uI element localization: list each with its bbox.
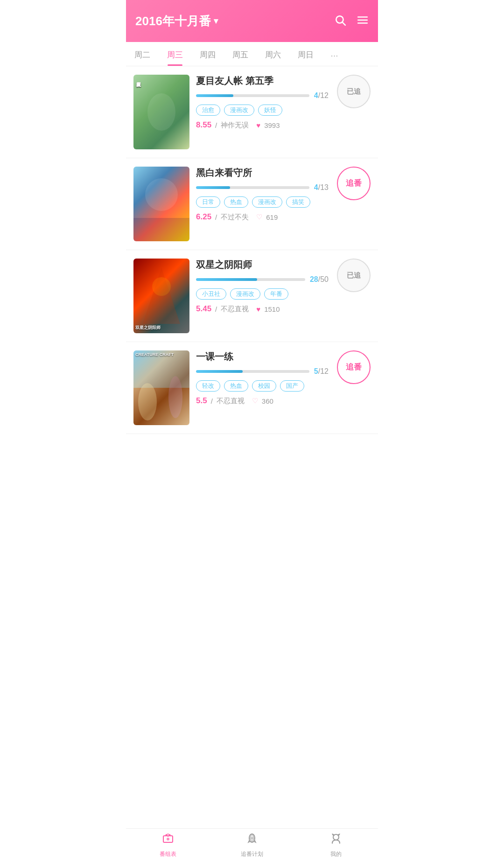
progress-text-3: 28/50: [310, 275, 329, 284]
tag-1-3[interactable]: 妖怪: [258, 105, 282, 116]
follow-button-2[interactable]: 追番: [337, 167, 371, 200]
heart-icon-4: ♡: [252, 397, 258, 405]
rating-label-3: /: [215, 305, 217, 313]
anime-action-4: 追番: [337, 350, 371, 384]
tag-3-2[interactable]: 漫画改: [230, 288, 260, 300]
tag-3-3[interactable]: 年番: [264, 288, 288, 300]
heart-icon-1: ♥: [256, 121, 260, 129]
anime-cover-4[interactable]: CREATURE CRAFT: [133, 350, 189, 425]
anime-info-2: 黑白来看守所 4/13 日常 热血 漫画改 搞笑 6.25 / 不过不失 ♡: [196, 167, 329, 222]
rating-row-1: 8.55 / 神作无误 ♥ 3993: [196, 120, 329, 130]
rating-label-2: /: [215, 213, 217, 221]
progress-bar-bg-2: [196, 186, 309, 189]
tag-4-3[interactable]: 校园: [252, 380, 276, 392]
header-title[interactable]: 2016年十月番: [135, 13, 218, 29]
app-header: 2016年十月番: [126, 0, 378, 42]
progress-bar-bg-4: [196, 370, 309, 373]
day-tabs: 周二 周三 周四 周五 周六 周日 …: [126, 42, 378, 66]
search-icon[interactable]: [334, 14, 346, 28]
rating-row-4: 5.5 / 不忍直视 ♡ 360: [196, 396, 329, 406]
heart-icon-3: ♥: [256, 305, 260, 313]
anime-info-3: 双星之阴阳师 28/50 小丑社 漫画改 年番 5.45 / 不忍直视 ♥ 15…: [196, 259, 329, 314]
svg-rect-8: [133, 218, 189, 241]
anime-cover-3[interactable]: 双星之阴阳师: [133, 259, 189, 333]
tag-2-4[interactable]: 搞笑: [286, 196, 310, 208]
tab-tue[interactable]: 周二: [126, 42, 159, 66]
tag-4-1[interactable]: 轻改: [196, 380, 220, 392]
heart-icon-2: ♡: [256, 213, 262, 221]
cover-label-3: 双星之阴阳师: [135, 325, 161, 330]
table-row: CREATURE CRAFT 一课一练 5/12 轻改 热血 校园 国产 5.5…: [126, 342, 378, 434]
tab-sat[interactable]: 周六: [257, 42, 289, 66]
tags-3: 小丑社 漫画改 年番: [196, 288, 329, 300]
tag-1-2[interactable]: 漫画改: [224, 105, 254, 116]
rating-score-1: 8.55: [196, 120, 211, 130]
svg-point-10: [152, 277, 171, 296]
cover-label-4: CREATURE CRAFT: [135, 352, 174, 357]
svg-point-7: [145, 178, 178, 211]
tab-sun[interactable]: 周日: [289, 42, 322, 66]
follow-button-3[interactable]: 已追: [337, 259, 371, 292]
rating-row-3: 5.45 / 不忍直视 ♥ 1510: [196, 304, 329, 314]
tags-2: 日常 热血 漫画改 搞笑: [196, 196, 329, 208]
follow-button-1[interactable]: 已追: [337, 75, 371, 108]
progress-bar-fill-2: [196, 186, 230, 189]
progress-row-4: 5/12: [196, 367, 329, 376]
tags-1: 治愈 漫画改 妖怪: [196, 105, 329, 116]
rating-label-4: /: [211, 397, 213, 405]
rating-row-2: 6.25 / 不过不失 ♡ 619: [196, 212, 329, 222]
table-row: 夏目友人帐 夏目友人帐 第五季 4/12 治愈 漫画改 妖怪: [126, 66, 378, 158]
svg-point-14: [168, 376, 182, 418]
anime-cover-2[interactable]: [133, 167, 189, 241]
progress-row-3: 28/50: [196, 275, 329, 284]
tab-thu[interactable]: 周四: [191, 42, 224, 66]
tab-wed[interactable]: 周三: [159, 42, 191, 66]
menu-icon[interactable]: [357, 14, 369, 28]
tab-fri[interactable]: 周五: [224, 42, 257, 66]
progress-text-4: 5/12: [314, 367, 329, 376]
progress-bar-fill-3: [196, 278, 257, 281]
score-label-3: 不忍直视: [221, 305, 249, 314]
tag-2-3[interactable]: 漫画改: [252, 196, 282, 208]
tags-4: 轻改 热血 校园 国产: [196, 380, 329, 392]
anime-action-3: 已追: [337, 259, 371, 292]
anime-title-3: 双星之阴阳师: [196, 259, 329, 271]
tag-4-4[interactable]: 国产: [280, 380, 304, 392]
tag-2-1[interactable]: 日常: [196, 196, 220, 208]
anime-info-4: 一课一练 5/12 轻改 热血 校园 国产 5.5 / 不忍直视 ♡: [196, 350, 329, 406]
svg-point-13: [138, 383, 157, 420]
anime-title-1: 夏目友人帐 第五季: [196, 75, 329, 87]
like-count-2: 619: [266, 213, 278, 221]
tag-2-2[interactable]: 热血: [224, 196, 248, 208]
like-count-4: 360: [262, 397, 273, 405]
table-row: 双星之阴阳师 双星之阴阳师 28/50 小丑社 漫画改 年番 5.45 / 不忍…: [126, 250, 378, 342]
svg-line-1: [343, 22, 345, 25]
tag-1-1[interactable]: 治愈: [196, 105, 220, 116]
progress-row-2: 4/13: [196, 183, 329, 192]
rating-score-2: 6.25: [196, 212, 211, 222]
tab-more[interactable]: …: [322, 42, 347, 66]
anime-action-2: 追番: [337, 167, 371, 200]
follow-button-4[interactable]: 追番: [337, 350, 371, 384]
tag-3-1[interactable]: 小丑社: [196, 288, 226, 300]
anime-cover-1[interactable]: 夏目友人帐: [133, 75, 189, 149]
progress-text-2: 4/13: [314, 183, 329, 192]
anime-title-4: 一课一练: [196, 350, 329, 363]
table-row: 黑白来看守所 4/13 日常 热血 漫画改 搞笑 6.25 / 不过不失 ♡: [126, 158, 378, 250]
progress-bar-fill-1: [196, 94, 233, 97]
progress-bar-bg-3: [196, 278, 305, 281]
anime-action-1: 已追: [337, 75, 371, 108]
like-count-3: 1510: [264, 305, 280, 313]
progress-text-1: 4/12: [314, 91, 329, 100]
rating-label-1: /: [215, 121, 217, 129]
svg-point-6: [147, 93, 175, 131]
anime-list: 夏目友人帐 夏目友人帐 第五季 4/12 治愈 漫画改 妖怪: [126, 66, 378, 434]
score-label-4: 不忍直视: [217, 397, 245, 406]
progress-bar-fill-4: [196, 370, 243, 373]
anime-info-1: 夏目友人帐 第五季 4/12 治愈 漫画改 妖怪 8.55 / 神作无误 ♥ 3…: [196, 75, 329, 130]
progress-bar-bg-1: [196, 94, 309, 97]
tag-4-2[interactable]: 热血: [224, 380, 248, 392]
score-label-1: 神作无误: [221, 121, 249, 130]
rating-score-4: 5.5: [196, 396, 207, 406]
progress-row-1: 4/12: [196, 91, 329, 100]
